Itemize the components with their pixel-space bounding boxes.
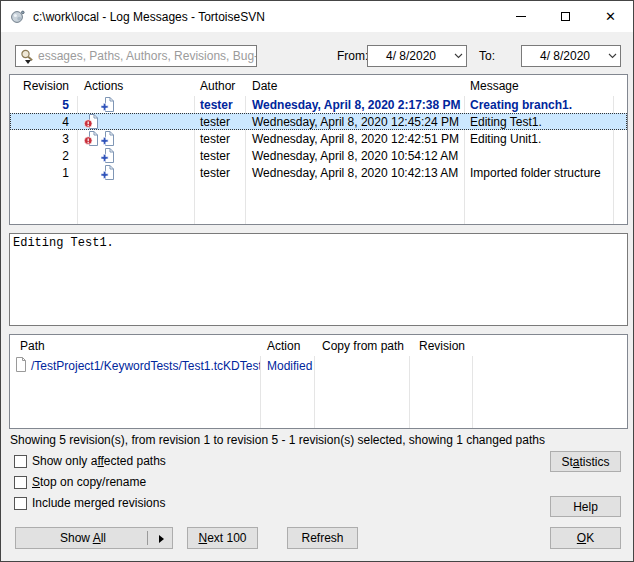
help-button-label: Help xyxy=(573,500,598,514)
column-header-action[interactable]: Action xyxy=(260,339,314,353)
added-action-icon xyxy=(100,148,116,163)
next-100-button[interactable]: Next 100 xyxy=(187,527,258,549)
changed-paths-header: Path Action Copy from path Revision xyxy=(10,335,627,356)
date-cell: Wednesday, April 8, 2020 12:42:51 PM xyxy=(245,132,464,146)
column-header-author[interactable]: Author xyxy=(194,79,245,93)
author-cell: tester xyxy=(194,132,245,146)
minimize-button[interactable] xyxy=(498,1,543,32)
file-icon xyxy=(15,357,27,375)
date-cell: Wednesday, April 8, 2020 2:17:38 PM xyxy=(245,98,464,112)
refresh-button-label: Refresh xyxy=(301,531,343,545)
checkbox-box[interactable] xyxy=(14,455,27,468)
added-action-icon xyxy=(100,131,116,146)
revision-row-4[interactable]: 4testerWednesday, April 8, 2020 12:45:24… xyxy=(10,113,627,130)
date-cell: Wednesday, April 8, 2020 10:42:13 AM xyxy=(245,166,464,180)
actions-cell xyxy=(77,148,194,163)
path-cell: /TestProject1/KeywordTests/Test1.tcKDTes… xyxy=(10,357,260,375)
chevron-down-icon[interactable] xyxy=(450,53,466,59)
message-cell: Creating branch1. xyxy=(464,98,627,112)
chevron-down-icon[interactable] xyxy=(604,53,620,59)
checkbox-box[interactable] xyxy=(14,476,27,489)
statistics-button-label: Statistics xyxy=(561,455,609,469)
from-date-value: 4/ 8/2020 xyxy=(368,49,450,63)
help-button[interactable]: Help xyxy=(550,496,621,517)
search-icon[interactable] xyxy=(16,46,38,66)
column-header-copyfrom[interactable]: Copy from path xyxy=(314,339,409,353)
to-label: To: xyxy=(479,49,495,63)
actions-cell xyxy=(77,114,194,129)
revision-number: 3 xyxy=(10,132,77,146)
revision-number: 1 xyxy=(10,166,77,180)
maximize-button[interactable] xyxy=(543,1,588,32)
revision-row-1[interactable]: 1testerWednesday, April 8, 2020 10:42:13… xyxy=(10,164,627,181)
checkbox-include-merged-revisions[interactable]: Include merged revisions xyxy=(14,495,165,511)
close-button[interactable]: ✕ xyxy=(588,1,633,32)
maximize-icon xyxy=(561,12,570,21)
from-date-picker[interactable]: 4/ 8/2020 xyxy=(367,45,467,67)
revision-row-3[interactable]: 3testerWednesday, April 8, 2020 12:42:51… xyxy=(10,130,627,147)
ok-button-label: OK xyxy=(577,531,594,545)
author-cell: tester xyxy=(194,149,245,163)
empty-action-slot xyxy=(100,114,116,129)
tortoisesvn-icon xyxy=(10,9,26,25)
message-cell: Editing Unit1. xyxy=(464,132,627,146)
author-cell: tester xyxy=(194,98,245,112)
revision-list-header: Revision Actions Author Date Message xyxy=(10,75,627,96)
checkbox-stop-on-copy-rename[interactable]: Stop on copy/rename xyxy=(14,474,146,490)
search-input[interactable]: essages, Paths, Authors, Revisions, Bug-… xyxy=(15,45,257,67)
revision-number: 4 xyxy=(10,115,77,129)
to-date-picker[interactable]: 4/ 8/2020 xyxy=(521,45,621,67)
empty-action-slot xyxy=(84,148,100,163)
log-messages-dialog: c:\work\local - Log Messages - TortoiseS… xyxy=(0,0,634,562)
column-header-actions[interactable]: Actions xyxy=(77,79,194,93)
close-icon: ✕ xyxy=(605,10,616,23)
statistics-button[interactable]: Statistics xyxy=(550,451,621,472)
show-all-button-label: Show All xyxy=(60,531,106,545)
actions-cell xyxy=(77,97,194,112)
ok-button[interactable]: OK xyxy=(550,527,621,549)
column-header-revision[interactable]: Revision xyxy=(10,79,77,93)
actions-cell xyxy=(77,131,194,146)
status-text: Showing 5 revision(s), from revision 1 t… xyxy=(10,433,545,447)
checkbox-box[interactable] xyxy=(14,497,27,510)
path-text: /TestProject1/KeywordTests/Test1.tcKDTes… xyxy=(31,359,260,373)
added-action-icon xyxy=(100,165,116,180)
action-cell: Modified xyxy=(260,359,314,373)
refresh-button[interactable]: Refresh xyxy=(287,527,358,549)
next-100-button-label: Next 100 xyxy=(198,531,246,545)
split-separator xyxy=(147,531,148,545)
column-header-date[interactable]: Date xyxy=(245,79,464,93)
checkbox-show-only-affected-paths[interactable]: Show only affected paths xyxy=(14,453,166,469)
revision-row-2[interactable]: 2testerWednesday, April 8, 2020 10:54:12… xyxy=(10,147,627,164)
checkbox-label: Stop on copy/rename xyxy=(32,475,146,489)
revision-row-5[interactable]: 5testerWednesday, April 8, 2020 2:17:38 … xyxy=(10,96,627,113)
log-message-preview[interactable]: Editing Test1. xyxy=(9,233,628,326)
empty-action-slot xyxy=(84,165,100,180)
added-action-icon xyxy=(100,97,116,112)
changed-path-row[interactable]: /TestProject1/KeywordTests/Test1.tcKDTes… xyxy=(10,356,627,376)
message-cell: Editing Test1. xyxy=(464,115,627,129)
split-arrow-icon[interactable] xyxy=(159,535,164,543)
changed-paths-list: Path Action Copy from path Revision /Tes… xyxy=(9,334,628,429)
column-header-path[interactable]: Path xyxy=(10,339,260,353)
minimize-icon xyxy=(516,16,526,17)
revision-number: 2 xyxy=(10,149,77,163)
revision-list: Revision Actions Author Date Message 5te… xyxy=(9,74,628,225)
window-title: c:\work\local - Log Messages - TortoiseS… xyxy=(33,10,265,24)
author-cell: tester xyxy=(194,166,245,180)
modified-action-icon xyxy=(84,131,100,146)
titlebar: c:\work\local - Log Messages - TortoiseS… xyxy=(1,1,633,32)
to-date-value: 4/ 8/2020 xyxy=(522,49,604,63)
empty-action-slot xyxy=(84,97,100,112)
show-all-split-button[interactable]: Show All xyxy=(15,527,173,549)
search-dropdown-icon xyxy=(25,60,31,64)
search-placeholder: essages, Paths, Authors, Revisions, Bug-… xyxy=(38,49,256,63)
date-cell: Wednesday, April 8, 2020 10:54:12 AM xyxy=(245,149,464,163)
column-header-message[interactable]: Message xyxy=(464,79,627,93)
date-cell: Wednesday, April 8, 2020 12:45:24 PM xyxy=(245,115,464,129)
actions-cell xyxy=(77,165,194,180)
from-label: From: xyxy=(337,49,368,63)
author-cell: tester xyxy=(194,115,245,129)
modified-action-icon xyxy=(84,114,100,129)
column-header-revision[interactable]: Revision xyxy=(409,339,472,353)
